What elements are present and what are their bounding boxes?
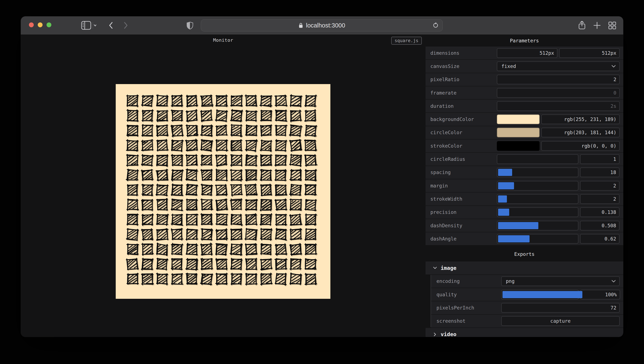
- pixelsPerInch-input[interactable]: 72: [501, 303, 620, 313]
- precision-slider-fill: [498, 209, 509, 216]
- circleColor-value-input[interactable]: rgb(203, 181, 144): [541, 128, 620, 137]
- param-row-precision: precision0.138: [426, 206, 623, 219]
- strokeColor-swatch[interactable]: [497, 141, 540, 151]
- param-control-quality: 100%: [501, 290, 623, 300]
- quality-value[interactable]: 100%: [580, 290, 620, 300]
- param-control-dashDensity: 0.508: [497, 221, 623, 230]
- param-control-margin: 2: [497, 181, 623, 190]
- exports-header: Exports: [426, 246, 623, 262]
- param-label-pixelsPerInch: pixelsPerInch: [431, 305, 501, 310]
- param-control-canvasSize: fixed: [497, 62, 623, 71]
- privacy-shield-icon[interactable]: [186, 22, 194, 30]
- circleColor-swatch[interactable]: [497, 128, 540, 137]
- param-control-encoding: png: [501, 276, 623, 286]
- duration-input[interactable]: 2s: [497, 101, 620, 111]
- dashAngle-value[interactable]: 0.62: [580, 234, 620, 244]
- monitor-title: Monitor: [21, 38, 426, 43]
- param-row-duration: duration2s: [426, 100, 623, 112]
- param-control-circleColor: rgb(203, 181, 144): [497, 128, 623, 137]
- select-chevron-icon: [611, 65, 616, 68]
- circleRadius-slider[interactable]: [497, 154, 578, 164]
- param-control-circleRadius: 1: [497, 154, 623, 164]
- param-row-screenshot: screenshotcapture: [431, 315, 623, 328]
- param-label-pixelRatio: pixelRatio: [426, 77, 497, 82]
- param-row-spacing: spacing18: [426, 166, 623, 179]
- quality-slider-fill: [502, 291, 582, 298]
- chevron-down-icon: [433, 266, 437, 270]
- back-button[interactable]: [108, 22, 115, 29]
- param-label-dimensions: dimensions: [426, 50, 497, 56]
- dimensions-input-0[interactable]: 512px: [497, 48, 558, 58]
- export-group-label: image: [441, 265, 456, 271]
- spacing-slider[interactable]: [497, 168, 578, 177]
- script-badge[interactable]: square.js: [391, 37, 422, 45]
- screenshot-button[interactable]: capture: [501, 316, 620, 326]
- sidebar-toggle-button[interactable]: [81, 21, 96, 30]
- param-control-screenshot: capture: [501, 316, 623, 326]
- minimize-window-button[interactable]: [38, 22, 42, 27]
- select-chevron-icon: [611, 280, 616, 283]
- url-text: localhost:3000: [306, 22, 345, 29]
- browser-window: localhost:3000 Monitor square.js: [21, 16, 623, 337]
- precision-value[interactable]: 0.138: [580, 207, 620, 217]
- quality-slider[interactable]: [501, 290, 578, 300]
- spacing-value[interactable]: 18: [580, 168, 620, 177]
- dashAngle-slider[interactable]: [497, 234, 578, 244]
- tab-overview-icon[interactable]: [608, 20, 617, 30]
- strokeWidth-slider-fill: [498, 196, 507, 202]
- param-control-backgroundColor: rgb(255, 231, 189): [497, 114, 623, 124]
- param-label-margin: margin: [426, 183, 497, 188]
- param-label-backgroundColor: backgroundColor: [426, 116, 497, 122]
- backgroundColor-value-input[interactable]: rgb(255, 231, 189): [541, 114, 620, 124]
- param-row-quality: quality100%: [431, 288, 623, 301]
- param-row-canvasSize: canvasSizefixed: [426, 60, 623, 72]
- strokeWidth-value[interactable]: 2: [580, 194, 620, 204]
- export-group-video[interactable]: video: [426, 328, 623, 337]
- zoom-window-button[interactable]: [46, 22, 51, 27]
- param-control-dimensions: 512px512px: [497, 48, 623, 58]
- forward-button[interactable]: [122, 22, 129, 29]
- param-control-pixelRatio: 2: [497, 75, 623, 84]
- circleRadius-value[interactable]: 1: [580, 154, 620, 164]
- param-control-dashAngle: 0.62: [497, 234, 623, 244]
- margin-value[interactable]: 2: [580, 181, 620, 190]
- export-group-image[interactable]: image: [426, 262, 623, 274]
- reload-icon[interactable]: [432, 22, 439, 28]
- backgroundColor-swatch[interactable]: [497, 114, 540, 124]
- param-label-screenshot: screenshot: [431, 318, 501, 324]
- precision-slider[interactable]: [497, 207, 578, 217]
- param-label-dashDensity: dashDensity: [426, 223, 497, 228]
- param-label-strokeColor: strokeColor: [426, 143, 497, 149]
- dimensions-input-1[interactable]: 512px: [559, 48, 620, 58]
- framerate-input[interactable]: 0: [497, 88, 620, 98]
- param-label-circleColor: circleColor: [426, 130, 497, 135]
- param-row-dashDensity: dashDensity0.508: [426, 219, 623, 232]
- dashDensity-value[interactable]: 0.508: [580, 221, 620, 230]
- close-window-button[interactable]: [29, 22, 34, 27]
- new-tab-icon[interactable]: [592, 20, 602, 30]
- encoding-select[interactable]: png: [501, 276, 620, 286]
- margin-slider[interactable]: [497, 181, 578, 190]
- dashDensity-slider-fill: [498, 222, 538, 229]
- param-label-canvasSize: canvasSize: [426, 64, 497, 69]
- dashDensity-slider[interactable]: [497, 221, 578, 230]
- address-bar[interactable]: localhost:3000: [201, 19, 443, 32]
- parameters-panel: Parameters dimensions512px512pxcanvasSiz…: [426, 34, 623, 337]
- share-icon[interactable]: [577, 20, 586, 30]
- param-row-margin: margin2: [426, 179, 623, 192]
- param-row-circleRadius: circleRadius1: [426, 153, 623, 166]
- param-control-pixelsPerInch: 72: [501, 303, 623, 313]
- param-label-duration: duration: [426, 103, 497, 109]
- strokeWidth-slider[interactable]: [497, 194, 578, 204]
- pixelRatio-input[interactable]: 2: [497, 75, 620, 84]
- param-label-encoding: encoding: [431, 278, 501, 284]
- canvasSize-selected-value: fixed: [502, 64, 516, 69]
- canvasSize-select[interactable]: fixed: [497, 62, 620, 71]
- param-control-duration: 2s: [497, 101, 623, 111]
- export-group-label: video: [441, 331, 456, 337]
- strokeColor-value-input[interactable]: rgb(0, 0, 0): [541, 141, 620, 151]
- lock-icon: [298, 22, 303, 28]
- encoding-selected-value: png: [506, 278, 515, 284]
- param-row-pixelRatio: pixelRatio2: [426, 73, 623, 86]
- param-row-pixelsPerInch: pixelsPerInch72: [431, 301, 623, 314]
